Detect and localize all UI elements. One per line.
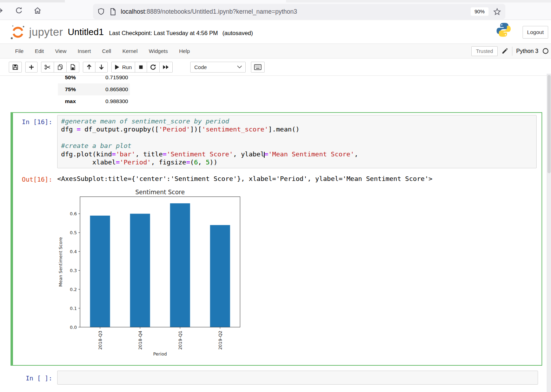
cell-type-value: Code [194, 64, 207, 70]
menu-item-cell[interactable]: Cell [97, 44, 117, 58]
menu-items: FileEditViewInsertCellKernelWidgetsHelp [0, 44, 551, 58]
logout-button[interactable]: Logout [523, 26, 548, 39]
cut-cell-button[interactable] [41, 62, 54, 73]
jupyter-logo-icon [10, 24, 26, 40]
x-axis-label: Period [153, 351, 167, 357]
menu-item-file[interactable]: File [9, 44, 29, 58]
code-line: #create a bar plot [61, 142, 533, 150]
trusted-badge[interactable]: Trusted [471, 46, 498, 56]
copy-cell-button[interactable] [54, 62, 67, 73]
arrow-down-icon [98, 64, 105, 70]
y-tick-label: 0.6 [70, 211, 77, 216]
keyboard-icon [254, 64, 261, 70]
input-prompt: In [16]: [13, 115, 57, 168]
restart-run-all-button[interactable] [159, 62, 173, 73]
command-palette-button[interactable] [251, 62, 265, 73]
jupyter-logo-text: jupyter [29, 26, 63, 39]
describe-row-max: max0.988300 [58, 95, 130, 107]
move-cell-up-button[interactable] [83, 62, 95, 73]
page-info-icon[interactable] [109, 8, 116, 15]
stat-label: 50% [58, 76, 76, 81]
zoom-level-badge[interactable]: 90% [471, 7, 489, 16]
x-tick-label: 2019-Q1 [178, 331, 183, 350]
edit-title-pencil-icon[interactable] [502, 48, 508, 54]
notebook-header: jupyter Untitled1 Last Checkpoint: Last … [0, 20, 551, 44]
scrollbar-thumb[interactable] [547, 75, 551, 173]
restart-icon [150, 64, 157, 70]
menu-item-edit[interactable]: Edit [29, 44, 49, 58]
code-cell-selected[interactable]: In [16]: #generate mean of sentiment_sco… [11, 112, 542, 366]
x-tick-label: 2018-Q3 [98, 331, 103, 350]
jupyter-logo[interactable]: jupyter [10, 24, 63, 40]
active-tab-bottom [65, 0, 286, 2]
stat-value: 0.865800 [105, 86, 130, 93]
add-cell-button[interactable] [25, 62, 38, 73]
menu-item-view[interactable]: View [49, 44, 72, 58]
stat-value: 0.715900 [105, 76, 130, 81]
save-icon [12, 64, 19, 70]
code-line: dfg = df_output.groupby(['Period'])['sen… [61, 125, 533, 133]
cell-toolbar: Run Code [0, 59, 551, 76]
fast-forward-icon [162, 64, 170, 70]
bar-2018-Q4 [130, 214, 150, 327]
bar-2019-Q1 [170, 203, 190, 327]
menu-item-widgets[interactable]: Widgets [143, 44, 173, 58]
shield-icon[interactable] [97, 8, 105, 15]
code-line: xlabel='Period', figsize=(6, 5)) [61, 158, 533, 166]
code-line: #generate mean of sentiment_score by per… [61, 117, 533, 125]
code-cell-empty[interactable]: In [ ]: [13, 371, 538, 385]
run-label: Run [122, 64, 132, 70]
y-tick-label: 0.3 [70, 268, 77, 273]
stat-label: 75% [58, 86, 76, 93]
y-tick-label: 0.5 [70, 230, 77, 235]
browser-tab-strip [0, 0, 551, 2]
empty-code-editor[interactable] [57, 371, 538, 385]
x-tick-label: 2018-Q4 [138, 331, 143, 350]
scrollbar[interactable] [547, 74, 551, 392]
cell-output-area: Out[16]: <AxesSubplot:title={'center':'S… [13, 173, 542, 183]
stop-icon [138, 64, 144, 70]
restart-kernel-button[interactable] [147, 62, 160, 73]
cell-input-area: In [16]: #generate mean of sentiment_sco… [13, 115, 542, 168]
notebook-title[interactable]: Untitled1 [68, 27, 104, 38]
y-axis-label: Mean Sentiment Score [58, 237, 63, 287]
menu-item-help[interactable]: Help [173, 44, 195, 58]
menu-item-kernel[interactable]: Kernel [117, 44, 143, 58]
chevron-down-icon [237, 65, 242, 69]
kernel-idle-icon [542, 48, 549, 54]
run-icon [114, 64, 120, 70]
browser-toolbar: localhost:8889/notebooks/Untitled1.ipynb… [0, 0, 551, 20]
run-cell-button[interactable]: Run [111, 62, 135, 73]
y-tick-label: 0.0 [70, 325, 77, 330]
y-tick-label: 0.4 [70, 249, 77, 254]
bar-chart: Sentiment Score0.00.10.20.30.40.50.62018… [57, 189, 268, 364]
menu-item-insert[interactable]: Insert [72, 44, 97, 58]
code-editor[interactable]: #generate mean of sentiment_score by per… [57, 115, 537, 168]
stat-label: max [58, 98, 76, 104]
interrupt-kernel-button[interactable] [135, 62, 147, 73]
y-tick-label: 0.1 [70, 306, 77, 311]
cut-icon [44, 64, 51, 70]
forward-icon[interactable] [0, 6, 4, 15]
x-tick-label: 2019-Q2 [218, 331, 223, 350]
describe-table-output: 50%0.71590075%0.865800max0.988300 [58, 76, 130, 108]
stat-value: 0.988300 [105, 98, 130, 104]
move-cell-down-button[interactable] [95, 62, 108, 73]
paste-icon [69, 64, 76, 70]
url-bar[interactable]: localhost:8889/notebooks/Untitled1.ipynb… [93, 4, 505, 19]
empty-input-prompt: In [ ]: [13, 371, 57, 385]
arrow-up-icon [86, 64, 92, 70]
reload-icon[interactable] [15, 6, 23, 15]
output-repr-text: <AxesSubplot:title={'center':'Sentiment … [57, 173, 432, 183]
cell-type-select[interactable]: Code [190, 62, 246, 73]
y-tick-label: 0.2 [70, 287, 77, 292]
bookmark-star-icon[interactable] [493, 8, 501, 16]
chart-title: Sentiment Score [135, 189, 185, 196]
chart-output: Sentiment Score0.00.10.20.30.40.50.62018… [57, 189, 542, 365]
output-prompt: Out[16]: [13, 173, 57, 183]
save-button[interactable] [9, 62, 22, 73]
home-icon[interactable] [33, 6, 42, 15]
bar-2019-Q2 [210, 225, 230, 327]
url-text[interactable]: localhost:8889/notebooks/Untitled1.ipynb… [121, 8, 297, 15]
paste-cell-button[interactable] [66, 62, 79, 73]
